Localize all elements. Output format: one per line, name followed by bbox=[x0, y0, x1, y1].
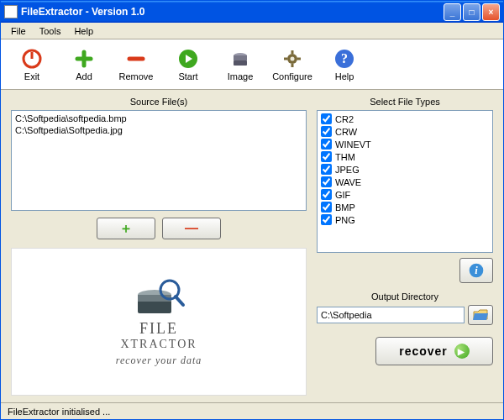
recover-row: recover ▶ bbox=[317, 337, 493, 365]
configure-button[interactable]: Configure bbox=[268, 46, 317, 83]
app-icon bbox=[4, 5, 18, 18]
menu-help[interactable]: Help bbox=[67, 24, 100, 38]
filetype-row[interactable]: PNG bbox=[319, 213, 491, 226]
window-title: FileExtractor - Version 1.0 bbox=[21, 6, 444, 18]
filetype-label: GIF bbox=[335, 190, 350, 200]
help-button[interactable]: ? Help bbox=[320, 46, 369, 83]
left-column: Source File(s) C:\Softpedia\softpedia.bm… bbox=[11, 97, 307, 396]
plus-icon bbox=[73, 48, 95, 70]
menu-tools[interactable]: Tools bbox=[33, 24, 68, 38]
filetype-label: WINEVT bbox=[335, 139, 371, 150]
list-item[interactable]: C:\Softpedia\softpedia.bmp bbox=[13, 113, 304, 124]
filetypes-list[interactable]: CR2CRWWINEVTTHMJPEGWAVEGIFBMPPNG bbox=[317, 110, 493, 253]
menu-file[interactable]: File bbox=[4, 24, 33, 38]
filetype-checkbox[interactable] bbox=[321, 113, 332, 124]
folder-icon bbox=[473, 309, 488, 321]
remove-source-button[interactable]: — bbox=[162, 218, 221, 239]
filetype-label: CRW bbox=[335, 127, 357, 137]
minimize-button[interactable]: _ bbox=[444, 3, 461, 21]
source-files-list[interactable]: C:\Softpedia\softpedia.bmpC:\Softpedia\S… bbox=[11, 110, 307, 211]
exit-button[interactable]: Exit bbox=[8, 46, 56, 83]
svg-point-11 bbox=[291, 56, 295, 60]
filetype-row[interactable]: BMP bbox=[319, 201, 491, 213]
info-button[interactable]: i bbox=[459, 258, 493, 283]
maximize-button[interactable]: □ bbox=[463, 3, 480, 21]
menubar: File Tools Help bbox=[1, 23, 503, 39]
statusbar: FileExtractor initialised ... bbox=[1, 402, 503, 419]
filetype-checkbox[interactable] bbox=[321, 151, 332, 162]
right-column: Select File Types CR2CRWWINEVTTHMJPEGWAV… bbox=[317, 97, 493, 396]
browse-button[interactable] bbox=[468, 305, 493, 325]
app-window: FileExtractor - Version 1.0 _ □ × File T… bbox=[0, 0, 504, 420]
start-button[interactable]: Start bbox=[164, 46, 213, 83]
filetype-label: CR2 bbox=[335, 114, 354, 124]
svg-rect-18 bbox=[138, 300, 171, 313]
help-icon: ? bbox=[333, 48, 355, 70]
svg-text:?: ? bbox=[341, 51, 348, 66]
filetype-row[interactable]: THM bbox=[319, 150, 491, 163]
status-text: FileExtractor initialised ... bbox=[8, 407, 110, 417]
filetype-row[interactable]: WAVE bbox=[319, 176, 491, 188]
filetype-row[interactable]: WINEVT bbox=[319, 138, 491, 150]
filetype-row[interactable]: CR2 bbox=[319, 113, 491, 125]
filetype-label: WAVE bbox=[335, 177, 361, 187]
logo-graphic bbox=[129, 276, 188, 318]
info-icon: i bbox=[468, 262, 485, 279]
list-item[interactable]: C:\Softpedia\Softpedia.jpg bbox=[13, 124, 304, 136]
output-path-input[interactable] bbox=[317, 307, 465, 323]
filetype-checkbox[interactable] bbox=[321, 202, 332, 213]
svg-rect-9 bbox=[234, 55, 247, 60]
output-section: Output Directory bbox=[317, 291, 493, 325]
output-row bbox=[317, 305, 493, 325]
gear-icon bbox=[281, 48, 303, 70]
toolbar: Exit Add Remove Start Image bbox=[1, 39, 503, 90]
remove-button[interactable]: Remove bbox=[112, 46, 160, 83]
recover-button[interactable]: recover ▶ bbox=[375, 337, 493, 365]
output-label: Output Directory bbox=[317, 291, 493, 302]
source-label: Source File(s) bbox=[11, 97, 307, 107]
source-buttons: ＋ — bbox=[11, 218, 307, 239]
info-row: i bbox=[317, 258, 493, 283]
filetype-row[interactable]: JPEG bbox=[319, 163, 491, 176]
disk-icon bbox=[229, 48, 251, 70]
svg-text:i: i bbox=[475, 265, 478, 276]
filetype-row[interactable]: GIF bbox=[319, 188, 491, 201]
svg-rect-7 bbox=[234, 60, 247, 66]
filetype-label: BMP bbox=[335, 202, 355, 213]
exit-icon bbox=[21, 48, 43, 70]
svg-line-22 bbox=[176, 297, 183, 305]
filetype-row[interactable]: CRW bbox=[319, 125, 491, 138]
filetype-label: THM bbox=[335, 152, 355, 162]
window-controls: _ □ × bbox=[444, 3, 500, 21]
content-area: Source File(s) C:\Softpedia\softpedia.bm… bbox=[1, 90, 503, 402]
filetype-checkbox[interactable] bbox=[321, 126, 332, 137]
filetype-checkbox[interactable] bbox=[321, 176, 332, 187]
filetype-checkbox[interactable] bbox=[321, 214, 332, 225]
logo-area: FILEXTRACTOR recover your data bbox=[11, 248, 307, 396]
filetypes-label: Select File Types bbox=[317, 97, 493, 107]
filetype-label: JPEG bbox=[335, 165, 360, 175]
titlebar: FileExtractor - Version 1.0 _ □ × bbox=[1, 1, 503, 23]
play-icon bbox=[177, 48, 199, 70]
filetype-checkbox[interactable] bbox=[321, 189, 332, 200]
filetype-checkbox[interactable] bbox=[321, 164, 332, 175]
add-button[interactable]: Add bbox=[60, 46, 108, 83]
image-button[interactable]: Image bbox=[216, 46, 265, 83]
minus-icon: — bbox=[185, 221, 198, 236]
plus-icon: ＋ bbox=[119, 220, 133, 238]
add-source-button[interactable]: ＋ bbox=[97, 218, 155, 239]
filetype-checkbox[interactable] bbox=[321, 139, 332, 150]
filetype-label: PNG bbox=[335, 215, 355, 225]
minus-icon bbox=[125, 48, 147, 70]
logo: FILEXTRACTOR recover your data bbox=[116, 276, 202, 367]
play-icon: ▶ bbox=[454, 344, 470, 359]
close-button[interactable]: × bbox=[482, 3, 500, 21]
